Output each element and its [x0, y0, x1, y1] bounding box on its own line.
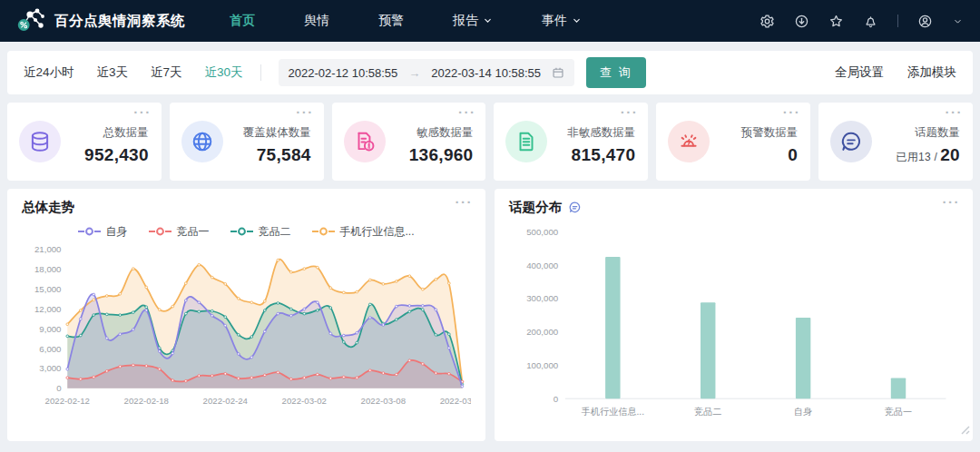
- legend-item-竞品二[interactable]: 竞品二: [230, 223, 290, 240]
- stat-card-覆盖媒体数量: ···覆盖媒体数量75,584: [170, 103, 324, 181]
- stat-value-number: 20: [940, 145, 960, 164]
- add-module-link[interactable]: 添加模块: [907, 64, 956, 81]
- brand-logo-icon: [16, 5, 46, 36]
- bar-手机行业信息...[interactable]: [605, 257, 620, 398]
- stat-card-敏感数据量: ···敏感数据量136,960: [332, 103, 486, 181]
- bar-竞品二[interactable]: [701, 302, 715, 398]
- global-settings-link[interactable]: 全局设置: [835, 64, 884, 81]
- chevron-down-icon: [572, 14, 582, 28]
- doc-icon: [505, 121, 547, 162]
- quick-range-近3天[interactable]: 近3天: [97, 64, 129, 81]
- topic-bar-chart: 0100,000200,000300,000400,000500,000手机行业…: [509, 216, 958, 432]
- calendar-icon[interactable]: [552, 66, 564, 79]
- bar-自身[interactable]: [796, 318, 810, 398]
- nav-item-label: 报告: [453, 13, 478, 29]
- legend-item-自身[interactable]: 自身: [78, 223, 127, 240]
- stat-cards-row: ···总数据量952,430···覆盖媒体数量75,584···敏感数据量136…: [7, 103, 973, 181]
- stat-card-预警数据量: ···预警数据量0: [656, 103, 810, 181]
- svg-text:9,000: 9,000: [39, 324, 61, 334]
- svg-text:2022-02-12: 2022-02-12: [45, 396, 90, 406]
- legend-label: 竞品一: [176, 224, 209, 240]
- nav-item-label: 首页: [230, 13, 255, 29]
- divider: [897, 15, 898, 27]
- nav-item-label: 事件: [542, 13, 567, 29]
- nav-item-预警[interactable]: 预警: [354, 0, 428, 42]
- trend-panel-title: 总体走势: [22, 199, 74, 216]
- topic-panel: 话题分布 ··· 0100,000200,000300,000400,00050…: [495, 189, 973, 441]
- legend-marker-icon: [312, 223, 335, 240]
- stat-card-非敏感数据量: ···非敏感数据量815,470: [494, 103, 648, 181]
- quick-range-group: 近24小时近3天近7天近30天: [24, 64, 243, 81]
- quick-range-近24小时[interactable]: 近24小时: [24, 64, 74, 81]
- svg-text:300,000: 300,000: [526, 293, 558, 303]
- svg-text:12,000: 12,000: [34, 304, 62, 314]
- more-options-icon[interactable]: ···: [945, 104, 963, 121]
- more-options-icon[interactable]: ···: [783, 104, 801, 121]
- stat-card-text: 预警数据量0: [741, 118, 799, 165]
- topic-bubble-icon: [568, 201, 582, 214]
- topic-bubble-icon: [830, 121, 872, 162]
- stat-label: 预警数据量: [741, 125, 799, 141]
- legend-marker-icon: [230, 223, 253, 240]
- stat-value: 952,430: [84, 145, 149, 165]
- stat-value-number: 952,430: [84, 145, 149, 164]
- query-button[interactable]: 查 询: [586, 57, 646, 88]
- nav-item-舆情[interactable]: 舆情: [279, 0, 354, 42]
- svg-text:手机行业信息...: 手机行业信息...: [581, 407, 644, 417]
- svg-text:400,000: 400,000: [526, 260, 558, 270]
- svg-text:0: 0: [56, 383, 61, 393]
- stat-label: 敏感数据量: [409, 125, 474, 141]
- more-options-icon[interactable]: ···: [458, 104, 476, 121]
- date-start-value[interactable]: 2022-02-12 10:58:55: [289, 66, 398, 80]
- user-icon[interactable]: [917, 14, 933, 29]
- bell-icon[interactable]: [863, 14, 878, 29]
- legend-label: 竞品二: [258, 224, 290, 240]
- nav-item-事件[interactable]: 事件: [517, 0, 606, 42]
- svg-text:竞品二: 竞品二: [694, 407, 721, 417]
- stat-card-text: 总数据量952,430: [84, 118, 149, 165]
- stat-value-number: 815,470: [572, 145, 636, 164]
- more-options-icon[interactable]: ···: [133, 104, 152, 121]
- main-nav: 首页舆情预警报告事件: [205, 0, 606, 42]
- chevron-down-icon: [483, 14, 493, 28]
- trend-legend: 自身竞品一竞品二手机行业信息...: [22, 223, 471, 240]
- trend-area-chart: 03,0006,0009,00012,00015,00018,00021,000…: [22, 240, 471, 421]
- resize-handle[interactable]: [961, 422, 970, 438]
- quick-range-近30天[interactable]: 近30天: [205, 64, 243, 81]
- topic-more-options-icon[interactable]: ···: [943, 194, 961, 211]
- nav-item-label: 预警: [378, 13, 404, 29]
- stat-value: 已用13 /20: [896, 145, 960, 165]
- nav-item-报告[interactable]: 报告: [428, 0, 517, 42]
- settings-icon[interactable]: [760, 14, 775, 29]
- download-icon[interactable]: [794, 14, 809, 29]
- date-end-value[interactable]: 2022-03-14 10:58:55: [431, 66, 541, 80]
- legend-label: 自身: [105, 224, 127, 240]
- nav-item-首页[interactable]: 首页: [205, 0, 279, 42]
- svg-text:2022-03-02: 2022-03-02: [282, 396, 327, 406]
- more-options-icon[interactable]: ···: [296, 104, 314, 121]
- stat-card-text: 覆盖媒体数量75,584: [243, 118, 311, 165]
- svg-text:自身: 自身: [794, 407, 812, 417]
- trend-more-options-icon[interactable]: ···: [456, 194, 474, 211]
- svg-text:100,000: 100,000: [526, 360, 558, 370]
- divider: [260, 64, 261, 81]
- arrow-right-icon: →: [408, 66, 420, 80]
- globe-icon: [181, 121, 223, 162]
- legend-item-手机行业信息...[interactable]: 手机行业信息...: [312, 223, 414, 240]
- app-title: 百分点舆情洞察系统: [54, 12, 185, 31]
- date-range-picker[interactable]: 2022-02-12 10:58:55 → 2022-03-14 10:58:5…: [279, 59, 574, 86]
- sensitive-doc-icon: [344, 121, 386, 162]
- svg-text:2022-03-08: 2022-03-08: [361, 396, 406, 406]
- star-icon[interactable]: [828, 14, 844, 29]
- svg-text:0: 0: [554, 394, 558, 404]
- bar-竞品一[interactable]: [891, 378, 906, 398]
- legend-marker-icon: [149, 223, 172, 240]
- chevron-down-icon[interactable]: [952, 15, 964, 27]
- svg-text:6,000: 6,000: [39, 344, 61, 354]
- stat-card-text: 话题数量已用13 /20: [896, 118, 960, 165]
- quick-range-近7天[interactable]: 近7天: [151, 64, 182, 81]
- legend-item-竞品一[interactable]: 竞品一: [149, 223, 209, 240]
- svg-text:2022-02-24: 2022-02-24: [203, 396, 249, 406]
- stat-value-prefix: 已用13 /: [896, 151, 937, 163]
- more-options-icon[interactable]: ···: [621, 104, 639, 121]
